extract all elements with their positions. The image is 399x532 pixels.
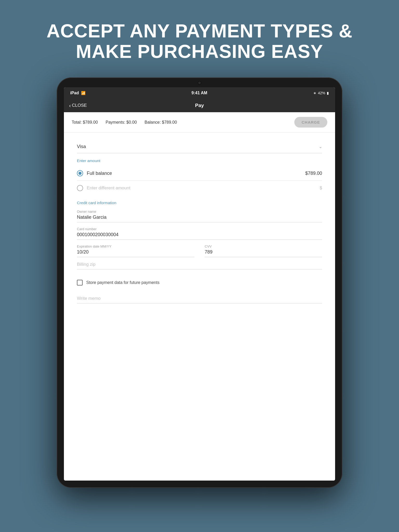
device-label: iPad: [70, 91, 79, 95]
full-balance-label: Full balance: [87, 171, 302, 176]
credit-card-section-label: Credit card information: [77, 201, 322, 205]
separator: [77, 181, 322, 181]
memo-field[interactable]: Write memo: [77, 296, 322, 303]
radio-inner-dot: [78, 172, 82, 175]
owner-name-value[interactable]: Natalie Garcia: [77, 215, 322, 222]
battery-icon: ▮: [327, 91, 329, 95]
ipad-camera: [198, 81, 201, 85]
full-balance-radio[interactable]: [77, 170, 83, 176]
payments-label: Payments: $0.00: [106, 120, 137, 125]
charge-button[interactable]: CHARGE: [294, 117, 327, 128]
ipad-screen: iPad 📶 9:41 AM ∗ 42% ▮ ‹ CLOSE Pay Total…: [64, 87, 335, 481]
memo-placeholder: Write memo: [77, 296, 101, 301]
expiry-col: Expiration date MM/YY 10/20: [77, 240, 194, 257]
different-amount-radio-row[interactable]: Enter different amount $: [77, 182, 322, 194]
close-label: CLOSE: [72, 103, 87, 108]
full-balance-radio-row[interactable]: Full balance $789.00: [77, 167, 322, 179]
battery-percent: 42%: [318, 91, 325, 95]
owner-name-group: Owner name Natalie Garcia: [77, 210, 322, 222]
payment-type-value: Visa: [77, 144, 86, 149]
status-bar: iPad 📶 9:41 AM ∗ 42% ▮: [64, 87, 335, 99]
amount-section: Enter amount Full balance $789.00 Enter …: [77, 158, 322, 194]
status-right: ∗ 42% ▮: [313, 91, 329, 95]
cvv-col: CVV 789: [205, 240, 322, 257]
card-number-group: Card number 0001000200030004: [77, 227, 322, 240]
expiry-value[interactable]: 10/20: [77, 249, 194, 257]
amount-section-label: Enter amount: [77, 158, 322, 163]
headline-line2: MAKE PURCHASING EASY: [76, 41, 323, 62]
main-content: Total: $789.00 Payments: $0.00 Balance: …: [64, 112, 335, 481]
nav-title: Pay: [195, 103, 204, 108]
nav-bar: ‹ CLOSE Pay: [64, 99, 335, 112]
payment-type-dropdown[interactable]: Visa ⌄: [77, 140, 322, 153]
store-payment-row[interactable]: Store payment data for future payments: [77, 277, 322, 288]
close-button[interactable]: ‹ CLOSE: [69, 103, 87, 109]
chevron-left-icon: ‹: [69, 103, 71, 109]
headline: ACCEPT ANY PAYMENT TYPES & MAKE PURCHASI…: [21, 0, 378, 77]
full-balance-amount: $789.00: [305, 171, 322, 176]
total-label: Total: $789.00: [72, 120, 98, 125]
different-amount-radio[interactable]: [77, 185, 83, 191]
form-area: Visa ⌄ Enter amount Full balance $789.00: [64, 132, 335, 311]
card-number-label: Card number: [77, 227, 322, 231]
card-number-value[interactable]: 0001000200030004: [77, 232, 322, 240]
different-amount-placeholder: Enter different amount: [87, 185, 316, 191]
ipad-device: iPad 📶 9:41 AM ∗ 42% ▮ ‹ CLOSE Pay Total…: [57, 77, 342, 488]
wifi-icon: 📶: [81, 91, 85, 95]
status-left: iPad 📶: [70, 91, 85, 95]
billing-zip-placeholder: Billing zip: [77, 262, 96, 267]
chevron-down-icon: ⌄: [319, 144, 322, 149]
status-time: 9:41 AM: [191, 91, 207, 95]
balance-label: Balance: $789.00: [145, 120, 177, 125]
store-payment-label: Store payment data for future payments: [86, 280, 159, 285]
billing-zip-field[interactable]: Billing zip: [77, 262, 322, 269]
owner-name-label: Owner name: [77, 210, 322, 214]
headline-line1: ACCEPT ANY PAYMENT TYPES &: [46, 21, 353, 41]
dollar-sign: $: [320, 185, 322, 191]
store-payment-checkbox[interactable]: [77, 280, 83, 285]
credit-card-section: Credit card information Owner name Natal…: [77, 201, 322, 288]
cvv-value[interactable]: 789: [205, 249, 322, 257]
bluetooth-icon: ∗: [313, 91, 316, 95]
cvv-label: CVV: [205, 244, 322, 248]
expiry-cvv-row: Expiration date MM/YY 10/20 CVV 789: [77, 240, 322, 257]
summary-bar: Total: $789.00 Payments: $0.00 Balance: …: [64, 112, 335, 132]
expiry-label: Expiration date MM/YY: [77, 244, 194, 248]
